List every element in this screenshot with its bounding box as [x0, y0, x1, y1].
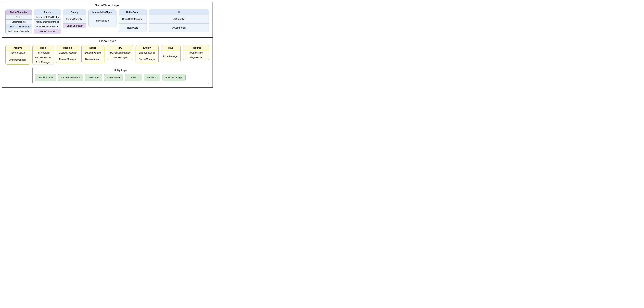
- roommanager-row: RoomManager: [161, 50, 180, 62]
- randomgenerator-card: RandomGenerator: [58, 74, 83, 81]
- interactableraycaster-row: InteractableRayCaster: [34, 15, 61, 19]
- archive-card: Archive PlayerInitializer ArchiveManager: [6, 45, 30, 65]
- buff-buffhandler-row: Buff BuffHandler: [6, 24, 32, 29]
- dialog-header: Dialog: [82, 45, 104, 50]
- ui-card: UI UIController UIComponent: [149, 9, 209, 32]
- dialogmanager-row: DialogManager: [82, 55, 104, 63]
- map-card: Map RoomManager: [161, 45, 180, 62]
- prefablist-card: PrefabList: [144, 74, 160, 81]
- global-cards-row: Relic RelicHandler RelicDispatcher Relic…: [32, 45, 209, 65]
- npc-card: NPC NPCPosition Manager NPCManager: [107, 45, 133, 60]
- buffhandler-cell: BuffHandler: [18, 24, 32, 29]
- global-layer-title: Global Layer: [6, 39, 209, 43]
- interactableobject-card: InteractableObject IInteractable: [88, 9, 116, 27]
- resource-header: Resource: [183, 45, 209, 50]
- maincameracontroller-row: MainCameraController: [34, 19, 61, 24]
- gameobject-layer-title: GameObject Layer: [6, 4, 209, 7]
- enemy-global-card: Enemy EnemySpawner EnemyManager: [136, 45, 158, 63]
- uicomponent-row: UIComponent: [149, 23, 209, 32]
- battleroom-card: BattleRoom RoomBattleManager RoomCore: [119, 9, 147, 32]
- ingametime-row: InGameTime: [183, 50, 209, 55]
- enemy-global-header: Enemy: [136, 45, 158, 50]
- basicstatuscontroller-row: BasicStatusController: [6, 29, 32, 34]
- utility-layer: Utility Layer ConditionTable RandomGener…: [32, 67, 209, 84]
- relic-card: Relic RelicHandler RelicDispatcher Relic…: [32, 45, 54, 65]
- archive-header: Archive: [6, 45, 30, 50]
- player-card: Player InteractableRayCaster MainCameraC…: [34, 9, 61, 34]
- battlecharacter-header: BattleCharacter: [6, 10, 32, 15]
- global-inner: Archive PlayerInitializer ArchiveManager…: [6, 45, 209, 84]
- mission-card: Mission MissionDispacher MissionManager: [56, 45, 79, 63]
- missionmanager-row: MissionManager: [56, 55, 79, 63]
- npcpositionmanager-row: NPCPosition Manager: [107, 50, 133, 55]
- battlecharacter-card: BattleCharacter State StateMachine Buff …: [6, 9, 32, 34]
- relicdispatcher-row: RelicDispatcher: [32, 55, 54, 60]
- battleroom-header: BattleRoom: [119, 10, 146, 15]
- global-right: Relic RelicHandler RelicDispatcher Relic…: [32, 45, 209, 84]
- positionmanager-card: PositionManager: [162, 74, 186, 81]
- player-battlecharacter-row: BattleCharacter: [34, 29, 61, 34]
- playerfinder-card: PlayerFinder: [104, 74, 123, 81]
- global-layer: Global Layer Archive PlayerInitializer A…: [2, 38, 212, 87]
- statemachine-row: StateMachine: [6, 19, 32, 24]
- enemy-header: Enemy: [63, 10, 86, 15]
- utility-layer-title: Utility Layer: [35, 69, 207, 72]
- utility-cards-row: ConditionTable RandomGenerator ObjectPoo…: [35, 74, 207, 81]
- dialog-card: Dialog IDialogInvokable DialogManager: [82, 45, 104, 63]
- ui-header: UI: [149, 10, 209, 15]
- gameobject-layer: GameObject Layer BattleCharacter State S…: [2, 2, 212, 38]
- missiondispacher-row: MissionDispacher: [56, 50, 79, 55]
- npc-header: NPC: [107, 45, 133, 50]
- roombattlemanager-row: RoomBattleManager: [119, 15, 146, 23]
- state-row: State: [6, 15, 32, 19]
- map-header: Map: [161, 45, 180, 50]
- enemy-card: Enemy EnemyController BattleCharacter: [63, 9, 86, 28]
- playermovecontroller-row: PlayerMoveController: [34, 24, 61, 29]
- interactableobject-header: InteractableObject: [89, 10, 116, 15]
- player-header: Player: [34, 10, 61, 15]
- npcmanager-row: NPCManager: [107, 55, 133, 60]
- relicmanager-row: RelicManager: [32, 60, 54, 65]
- playerwallet-row: PlayerWallet: [183, 55, 209, 60]
- idialoginvokable-row: IDialogInvokable: [82, 50, 104, 55]
- enemyspawner-row: EnemySpawner: [136, 50, 158, 55]
- main-container: GameObject Layer BattleCharacter State S…: [2, 2, 213, 88]
- enemy-battlecharacter-row: BattleCharacter: [63, 23, 86, 28]
- enemycontroller-row: EnemyController: [63, 15, 86, 23]
- uicontroller-row: UIController: [149, 15, 209, 23]
- archivemanager-row: ArchiveManager: [6, 55, 30, 64]
- objectpool-card: ObjectPool: [85, 74, 102, 81]
- resource-card: Resource InGameTime PlayerWallet: [183, 45, 209, 60]
- playerinitializer-row: PlayerInitializer: [6, 50, 30, 55]
- iinteractable-row: IInteractable: [89, 15, 116, 27]
- mission-header: Mission: [56, 45, 79, 50]
- enemymanager-row: EnemyManager: [136, 55, 158, 63]
- gameobject-cards-row: BattleCharacter State StateMachine Buff …: [6, 9, 209, 34]
- buff-cell: Buff: [6, 24, 18, 29]
- roomcore-row: RoomCore: [119, 23, 146, 32]
- tube-card: Tube: [125, 74, 142, 81]
- relichandler-row: RelicHandler: [32, 50, 54, 55]
- conditiontable-card: ConditionTable: [35, 74, 56, 81]
- relic-header: Relic: [32, 45, 54, 50]
